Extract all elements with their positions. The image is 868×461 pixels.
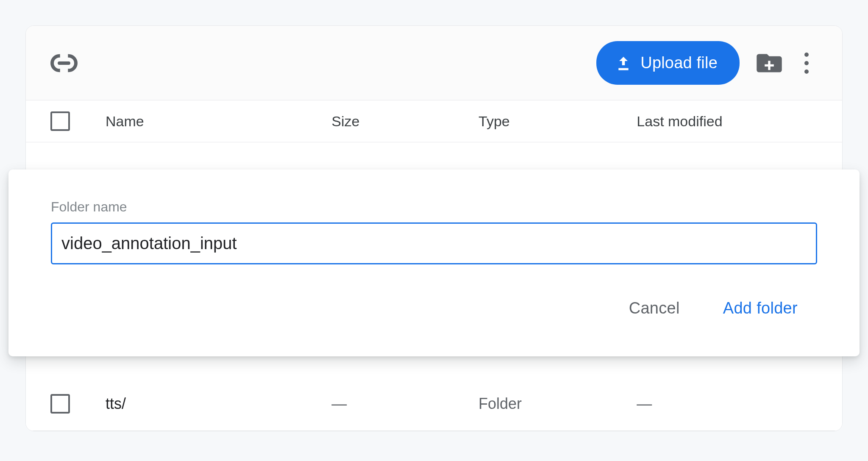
column-size[interactable]: Size — [331, 113, 479, 130]
more-vertical-icon — [804, 53, 809, 57]
column-header-row: Name Size Type Last modified — [26, 100, 842, 142]
add-folder-dialog: Folder name Cancel Add folder — [8, 169, 860, 356]
copy-link-icon[interactable] — [50, 53, 78, 73]
select-all-checkbox[interactable] — [50, 111, 70, 131]
new-folder-button[interactable] — [755, 52, 784, 75]
row-last-modified: — — [637, 395, 818, 413]
more-options-button[interactable] — [796, 48, 817, 78]
column-name[interactable]: Name — [106, 113, 331, 130]
upload-file-label: Upload file — [640, 54, 718, 72]
row-type: Folder — [479, 395, 637, 413]
row-checkbox[interactable] — [50, 394, 70, 414]
upload-file-button[interactable]: Upload file — [596, 41, 740, 85]
toolbar: Upload file — [26, 26, 842, 100]
dialog-actions: Cancel Add folder — [51, 294, 817, 322]
upload-icon — [615, 55, 632, 72]
table-row[interactable]: tts/ — Folder — — [26, 377, 842, 431]
column-last-modified[interactable]: Last modified — [637, 113, 818, 130]
svg-rect-4 — [619, 68, 629, 70]
cancel-button[interactable]: Cancel — [622, 294, 687, 322]
folder-name-input[interactable] — [51, 222, 817, 264]
add-folder-button[interactable]: Add folder — [716, 294, 804, 322]
row-size: — — [331, 395, 479, 413]
column-type[interactable]: Type — [479, 113, 637, 130]
folder-name-label: Folder name — [51, 199, 817, 215]
folder-plus-icon — [755, 52, 784, 75]
row-name[interactable]: tts/ — [106, 395, 331, 413]
